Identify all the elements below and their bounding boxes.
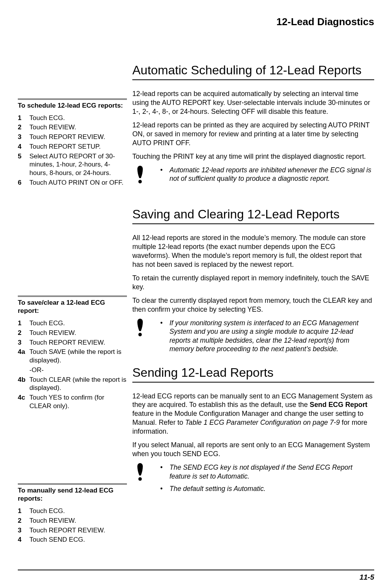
sidebar-title-send: To manually send 12-lead ECG reports: <box>18 486 127 503</box>
section-title-sending: Sending 12-Lead Reports <box>132 365 374 383</box>
step-num <box>18 366 29 374</box>
step-num: 1 <box>18 507 29 515</box>
body-text: Touching the PRINT key at any time will … <box>132 152 374 161</box>
step-text: Touch ECG. <box>29 507 127 515</box>
step-text: Touch AUTO PRINT ON or OFF. <box>29 179 127 187</box>
step-num: 4a <box>18 348 29 365</box>
svg-point-3 <box>139 333 142 336</box>
cross-ref: Table 1 ECG Parameter Configuration on p… <box>185 419 340 426</box>
sidebar-block-send: To manually send 12-lead ECG reports: 1T… <box>18 483 127 544</box>
step-text: Touch SEND ECG. <box>29 536 127 544</box>
sidebar-title-saveclear: To save/clear a 12-lead ECG report: <box>18 299 127 316</box>
step-text: Touch REPORT SETUP. <box>29 142 127 151</box>
step-num: 3 <box>18 526 29 535</box>
page-number: 11-5 <box>18 570 374 582</box>
note-block: •The SEND ECG key is not displayed if th… <box>132 463 374 497</box>
svg-point-1 <box>139 180 142 183</box>
step-num: 3 <box>18 133 29 141</box>
note-block: •Automatic 12-lead reports are inhibited… <box>132 166 374 187</box>
exclamation-icon <box>132 166 148 184</box>
step-text: Touch CLEAR (while the report is display… <box>29 376 127 393</box>
step-text: -OR- <box>29 366 127 374</box>
body-text: 12-lead ECG reports can be manually sent… <box>132 392 374 436</box>
note-text: If your monitoring system is interfaced … <box>169 319 374 354</box>
step-num: 1 <box>18 319 29 328</box>
step-num: 1 <box>18 114 29 122</box>
step-text: Touch SAVE (while the report is displaye… <box>29 348 127 365</box>
step-text: Touch REPORT REVIEW. <box>29 133 127 141</box>
note-text: The SEND ECG key is not displayed if the… <box>169 463 374 481</box>
svg-point-5 <box>139 477 142 481</box>
step-text: Touch YES to confirm (for CLEAR only). <box>29 393 127 410</box>
body-text: If you select Manual, all reports are se… <box>132 441 374 458</box>
body-text: To retain the currently displayed report… <box>132 274 374 292</box>
step-text: Touch ECG. <box>29 114 127 122</box>
exclamation-icon <box>132 463 148 481</box>
note-block: •If your monitoring system is interfaced… <box>132 319 374 357</box>
step-text: Touch ECG. <box>29 319 127 328</box>
page-header-title: 12-Lead Diagnostics <box>18 15 374 29</box>
step-num: 6 <box>18 179 29 187</box>
step-num: 3 <box>18 338 29 347</box>
step-num: 4 <box>18 536 29 544</box>
section-title-saving: Saving and Clearing 12-Lead Reports <box>132 207 374 224</box>
body-text: 12-lead reports can be printed as they a… <box>132 121 374 148</box>
body-text: All 12-lead reports are stored in the mo… <box>132 233 374 269</box>
step-num: 2 <box>18 517 29 525</box>
sidebar-block-saveclear: To save/clear a 12-lead ECG report: 1Tou… <box>18 295 127 410</box>
step-text: Touch REVIEW. <box>29 123 127 132</box>
sidebar: To schedule 12-lead ECG reports: 1Touch … <box>18 63 127 570</box>
step-text: Touch REPORT REVIEW. <box>29 526 127 535</box>
step-num: 4b <box>18 376 29 393</box>
step-num: 4 <box>18 142 29 151</box>
section-title-scheduling: Automatic Scheduling of 12-Lead Reports <box>132 63 374 80</box>
step-num: 2 <box>18 123 29 132</box>
step-text: Touch REPORT REVIEW. <box>29 338 127 347</box>
step-text: Select AUTO REPORT of 30-minutes, 1-hour… <box>29 152 127 177</box>
step-text: Touch REVIEW. <box>29 329 127 337</box>
step-text: Touch REVIEW. <box>29 517 127 525</box>
note-text: Automatic 12-lead reports are inhibited … <box>169 166 374 183</box>
exclamation-icon <box>132 319 148 336</box>
step-num: 5 <box>18 152 29 177</box>
sidebar-title-schedule: To schedule 12-lead ECG reports: <box>18 101 127 110</box>
body-text: 12-lead reports can be acquired automati… <box>132 89 374 116</box>
note-text: The default setting is Automatic. <box>169 484 374 493</box>
sidebar-block-schedule: To schedule 12-lead ECG reports: 1Touch … <box>18 98 127 187</box>
main-content: Automatic Scheduling of 12-Lead Reports … <box>132 63 374 570</box>
step-num: 4c <box>18 393 29 410</box>
step-num: 2 <box>18 329 29 337</box>
bold-term: Send ECG Report <box>310 401 367 408</box>
body-text: To clear the currently displayed report … <box>132 296 374 314</box>
